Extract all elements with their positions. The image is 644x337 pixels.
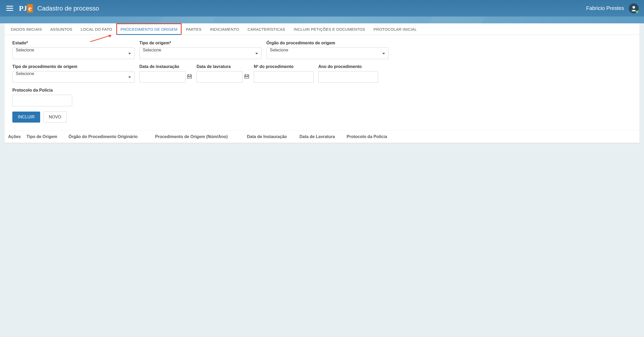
label-tipo-proc: Tipo de procedimento de origem	[12, 64, 135, 69]
th-inst: Data de Instauração	[247, 134, 294, 139]
svg-rect-8	[190, 76, 191, 76]
label-estado: Estado*	[12, 41, 135, 45]
tab-procedimento-de-origem[interactable]: PROCEDIMENTO DE ORIGEM	[116, 23, 182, 35]
svg-rect-13	[245, 74, 246, 75]
th-prot: Protocolo da Polícia	[347, 134, 394, 139]
tab-bar: DADOS INICIAIS ASSUNTOS LOCAL DO FATO PR…	[4, 23, 640, 35]
tab-incluir-peticoes[interactable]: INCLUIR PETIÇÕES E DOCUMENTOS	[289, 23, 369, 35]
svg-rect-19	[246, 77, 247, 77]
th-proc: Procedimento de Origem (Núm/Ano)	[155, 134, 242, 139]
label-orgao: Órgão do procedimento de origem	[266, 41, 389, 45]
hamburger-icon[interactable]	[5, 5, 14, 12]
header-right: Fabricio Prestes	[586, 3, 639, 13]
tab-partes[interactable]: PARTES	[182, 23, 206, 35]
label-data-lav: Data de lavratura	[197, 64, 249, 69]
label-tipo-origem: Tipo de origem*	[139, 41, 262, 45]
input-num-proc[interactable]	[254, 71, 314, 83]
logo-text-p: PJ	[19, 4, 27, 13]
calendar-icon[interactable]	[187, 74, 192, 80]
tab-dados-iniciais[interactable]: DADOS INICIAIS	[7, 23, 46, 35]
th-orgao: Órgão do Procedimento Originário	[68, 134, 150, 139]
svg-rect-7	[189, 76, 190, 76]
group-tipo-proc: Tipo de procedimento de origem Selecione	[12, 64, 135, 83]
avatar[interactable]	[629, 3, 639, 13]
th-acoes: Ações	[8, 134, 21, 139]
calendar-icon[interactable]	[244, 74, 249, 80]
novo-button[interactable]: NOVO	[43, 112, 67, 123]
svg-rect-4	[188, 74, 188, 75]
user-name: Fabricio Prestes	[586, 5, 624, 11]
select-tipo-proc[interactable]: Selecione	[12, 71, 135, 83]
tab-protocolar-inicial[interactable]: PROTOCOLAR INICIAL	[369, 23, 421, 35]
table-header-row: Ações Tipo de Origem Órgão do Procedimen…	[4, 131, 640, 143]
svg-rect-11	[190, 77, 191, 77]
svg-rect-10	[189, 77, 190, 77]
subheader-strip	[0, 17, 644, 23]
label-ano-proc: Ano do procedimento	[318, 64, 378, 69]
app-header: PJe Cadastro de processo Fabricio Preste…	[0, 0, 644, 17]
svg-rect-17	[247, 76, 248, 76]
group-estado: Estado* Selecione	[12, 41, 135, 59]
input-data-lav[interactable]	[197, 71, 243, 83]
label-protocolo: Protocolo da Polícia	[12, 88, 72, 93]
user-icon	[631, 6, 636, 11]
tab-local-do-fato[interactable]: LOCAL DO FATO	[77, 23, 117, 35]
group-data-lav: Data de lavratura	[197, 64, 249, 83]
svg-rect-15	[245, 76, 246, 76]
group-ano-proc: Ano do procedimento	[318, 64, 378, 83]
input-ano-proc[interactable]	[318, 71, 378, 83]
header-left: PJe Cadastro de processo	[5, 4, 99, 13]
label-data-inst: Data de instauração	[139, 64, 192, 69]
main-panel: DADOS INICIAIS ASSUNTOS LOCAL DO FATO PR…	[4, 23, 640, 143]
svg-point-0	[632, 6, 635, 9]
logo-text-e: e	[27, 4, 33, 13]
th-tipo: Tipo de Origem	[27, 134, 63, 139]
group-data-inst: Data de instauração	[139, 64, 192, 83]
tab-indiciamento[interactable]: INDICIAMENTO	[206, 23, 243, 35]
svg-rect-20	[247, 77, 248, 77]
svg-rect-9	[188, 77, 189, 77]
form-area: Estado* Selecione Tipo de origem* Seleci…	[4, 35, 640, 131]
svg-rect-18	[245, 77, 246, 77]
incluir-button[interactable]: INCLUIR	[12, 112, 40, 123]
svg-rect-6	[188, 76, 189, 76]
tab-assuntos[interactable]: ASSUNTOS	[46, 23, 77, 35]
app-logo: PJe	[19, 4, 33, 13]
svg-rect-16	[246, 76, 247, 76]
group-tipo-origem: Tipo de origem* Selecione	[139, 41, 262, 59]
group-protocolo: Protocolo da Polícia	[12, 88, 72, 106]
label-num-proc: Nº do procedimento	[254, 64, 314, 69]
group-num-proc: Nº do procedimento	[254, 64, 314, 83]
tab-caracteristicas[interactable]: CARACTERÍSTICAS	[243, 23, 289, 35]
select-orgao[interactable]: Selecione	[266, 48, 389, 59]
group-orgao: Órgão do procedimento de origem Selecion…	[266, 41, 389, 59]
input-data-inst[interactable]	[139, 71, 186, 83]
select-tipo-origem[interactable]: Selecione	[139, 48, 262, 59]
select-estado[interactable]: Selecione	[12, 48, 135, 59]
button-row: INCLUIR NOVO	[12, 112, 632, 123]
svg-rect-14	[248, 74, 248, 75]
th-lav: Data de Lavratura	[299, 134, 341, 139]
svg-rect-5	[191, 74, 191, 75]
page-title: Cadastro de processo	[38, 5, 99, 12]
input-protocolo[interactable]	[12, 95, 72, 106]
